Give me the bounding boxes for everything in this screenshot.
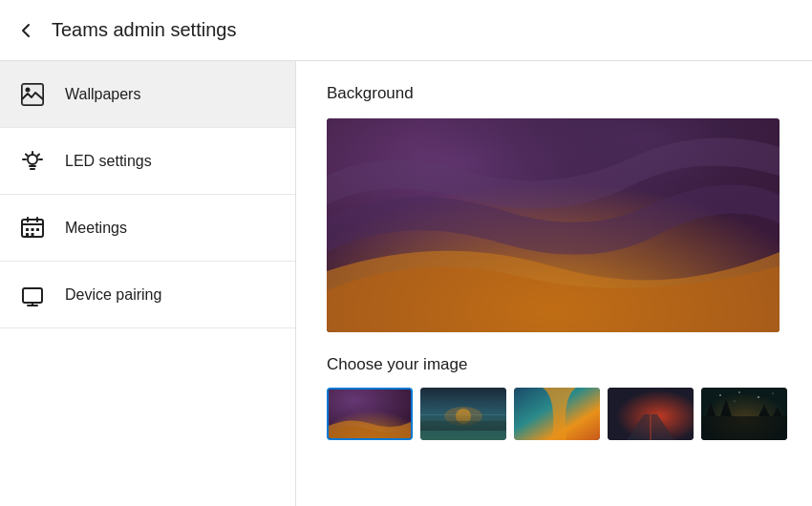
background-section-title: Background bbox=[327, 84, 781, 103]
meetings-icon bbox=[19, 215, 46, 242]
svg-rect-9 bbox=[32, 228, 34, 231]
svg-rect-10 bbox=[36, 228, 39, 231]
svg-point-39 bbox=[734, 400, 735, 401]
device-pairing-icon bbox=[19, 282, 46, 308]
led-icon bbox=[19, 148, 46, 175]
wallpapers-icon bbox=[19, 81, 46, 108]
thumb-1-image bbox=[329, 390, 413, 440]
sidebar-item-led-settings[interactable]: LED settings bbox=[0, 128, 295, 195]
svg-point-25 bbox=[456, 409, 471, 424]
page-title: Teams admin settings bbox=[52, 19, 236, 41]
svg-point-35 bbox=[719, 394, 721, 396]
header: Teams admin settings bbox=[0, 0, 812, 61]
main-layout: Wallpapers LED settings bbox=[0, 61, 812, 506]
svg-rect-12 bbox=[32, 233, 34, 236]
svg-point-3 bbox=[28, 155, 37, 164]
content-area: Background bbox=[296, 61, 812, 506]
svg-rect-24 bbox=[420, 414, 506, 415]
choose-image-title: Choose your image bbox=[327, 355, 781, 374]
svg-point-2 bbox=[26, 87, 31, 92]
sidebar-item-label-meetings: Meetings bbox=[65, 220, 127, 237]
svg-rect-13 bbox=[23, 288, 42, 303]
thumb-5-image bbox=[701, 388, 787, 440]
svg-rect-11 bbox=[26, 233, 29, 236]
thumbnail-2[interactable] bbox=[420, 388, 506, 440]
background-preview bbox=[327, 118, 780, 332]
sidebar-item-label-device-pairing: Device pairing bbox=[65, 286, 161, 304]
thumbnail-4[interactable] bbox=[608, 388, 694, 440]
thumbnails-container bbox=[327, 388, 781, 440]
svg-rect-1 bbox=[22, 84, 43, 105]
svg-point-36 bbox=[738, 391, 740, 393]
svg-point-38 bbox=[772, 392, 773, 393]
thumb-2-image bbox=[420, 388, 506, 440]
sidebar-item-label-wallpapers: Wallpapers bbox=[65, 86, 140, 103]
back-button[interactable] bbox=[15, 20, 36, 41]
sidebar: Wallpapers LED settings bbox=[0, 61, 296, 506]
svg-rect-27 bbox=[420, 421, 506, 440]
svg-point-37 bbox=[758, 396, 759, 398]
sidebar-item-wallpapers[interactable]: Wallpapers bbox=[0, 61, 295, 128]
sidebar-item-label-led: LED settings bbox=[65, 153, 152, 170]
sidebar-item-meetings[interactable]: Meetings bbox=[0, 195, 295, 262]
svg-rect-34 bbox=[701, 416, 787, 440]
background-preview-inner bbox=[327, 118, 780, 332]
thumbnail-3[interactable] bbox=[514, 388, 600, 440]
svg-point-26 bbox=[444, 407, 482, 426]
thumbnail-5[interactable] bbox=[701, 388, 787, 440]
thumbnail-1[interactable] bbox=[327, 388, 413, 440]
svg-rect-8 bbox=[26, 228, 29, 231]
thumb-3-image bbox=[514, 388, 600, 440]
sidebar-item-device-pairing[interactable]: Device pairing bbox=[0, 262, 295, 328]
thumb-4-image bbox=[608, 388, 694, 440]
wave-svg bbox=[327, 118, 780, 332]
